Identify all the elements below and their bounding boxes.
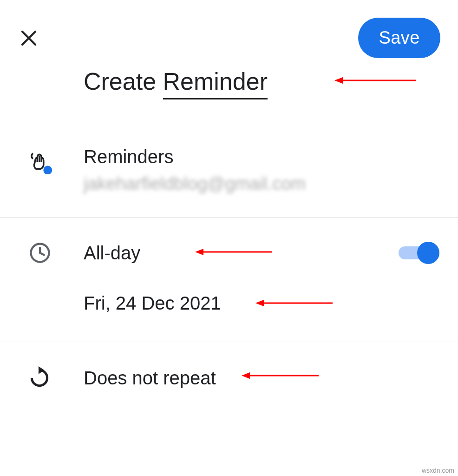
annotation-arrow-allday [195,246,274,258]
clock-icon [28,241,52,265]
annotation-arrow-repeat [242,370,321,381]
account-section[interactable]: Reminders jakeharfieldblog@gmail.com [0,123,458,217]
account-content: Reminders jakeharfieldblog@gmail.com [84,146,440,194]
svg-marker-5 [195,249,203,255]
svg-marker-1 [334,77,343,84]
title-input[interactable]: Create Reminder [84,68,268,95]
allday-label: All-day [84,243,140,264]
toggle-knob [417,242,439,264]
reminder-icon-col [28,146,84,174]
recurrence-section[interactable]: Does not repeat [0,342,458,414]
title-underlined: Reminder [163,67,268,99]
allday-toggle[interactable] [399,243,437,263]
repeat-icon-col [28,366,84,390]
svg-marker-10 [242,372,250,379]
account-type-label: Reminders [84,146,440,167]
save-button[interactable]: Save [358,18,440,58]
recurrence-label: Does not repeat [84,368,216,389]
svg-point-2 [43,166,52,174]
repeat-icon [28,366,51,390]
time-section: All-day Fri, 24 Dec 2021 [0,218,458,342]
watermark: wsxdn.com [422,467,454,474]
annotation-arrow-title [334,75,418,86]
annotation-arrow-date [255,298,334,309]
date-label: Fri, 24 Dec 2021 [84,293,221,313]
close-icon [19,28,39,48]
reminder-hand-icon [28,149,53,174]
title-row[interactable]: Create Reminder [0,67,458,123]
title-prefix: Create [84,68,163,95]
create-reminder-screen: Save Create Reminder Reminders jakeharfi… [0,0,458,476]
svg-marker-7 [255,300,264,306]
account-email: jakeharfieldblog@gmail.com [84,174,440,194]
header-bar: Save [0,0,458,67]
close-button[interactable] [18,27,40,49]
allday-row[interactable]: All-day [28,241,440,265]
date-row[interactable]: Fri, 24 Dec 2021 [28,265,440,342]
svg-marker-8 [39,366,45,374]
clock-icon-col [28,241,84,265]
